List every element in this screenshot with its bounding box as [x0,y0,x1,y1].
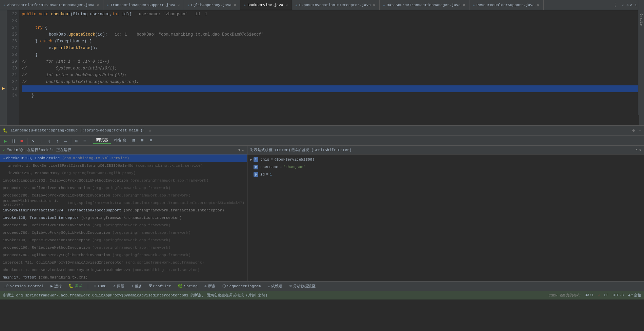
frame-item[interactable]: invoke:-1, BookService$$FastClassBySprin… [0,162,247,169]
bottom-toolbar: ⎇ Version Control ▶ 运行 🐛 调试 ≡ TODO ⚠ 问题 … [0,281,644,291]
debug-arrow: ▶ [2,85,5,91]
tab-close[interactable]: ✕ [462,3,466,7]
frame-method: checkout:-1, BookService$$EnhancerBySpri… [3,268,130,272]
frame-item[interactable]: proceed:780, CglibAopProxy$CglibMethodIn… [0,229,247,236]
frame-item[interactable]: invoke:218, MethodProxy (org.springframe… [0,169,247,177]
frame-pkg: (com.mashibing.tx.xml.service) [130,268,200,272]
frame-item[interactable]: proceedWithInvocation:-1, 321772459 (org… [0,199,247,207]
status-text: 步骤过 org.springframework.aop.framework.Cg… [3,293,549,298]
tab-close[interactable]: ✕ [177,3,180,7]
encoding[interactable]: UTF-8 [612,293,624,297]
stop-btn[interactable]: ■ [18,137,26,145]
tab-abstract[interactable]: ☕ AbstractPlatformTransactionManager.jav… [0,0,103,10]
frames-filter-icon[interactable]: ▼ [238,148,241,152]
deps-btn[interactable]: ☁ 依赖项 [266,283,284,289]
debug-minimize-icon[interactable]: — [639,128,641,133]
force-step-into-btn[interactable]: ⇓ [45,137,53,145]
frame-item[interactable]: proceed:199, ReflectiveMethodInvocation … [0,222,247,229]
step-into-btn[interactable]: ↓ [37,137,45,145]
sequence-btn[interactable]: ⬡ SequenceDiagram [221,283,262,289]
breakpoints-btn[interactable]: ⚓ 断点 [203,283,217,289]
tab-transaction[interactable]: ☕ TransactionAspectSupport.java ✕ [103,0,184,10]
frame-arrow-icon [3,171,7,175]
todo-btn[interactable]: ≡ TODO [92,283,108,289]
java-icon: ☕ [383,3,385,7]
version-control-btn[interactable]: ⎇ Version Control [3,283,45,289]
code-line-27: e.printStackTrace(); [22,45,639,51]
frame-item[interactable]: proceed:780, CglibAopProxy$CglibMethodIn… [0,251,247,259]
frames-dropdown-icon[interactable]: ⌄ [242,147,244,152]
frame-item[interactable]: proceed:199, ReflectiveMethodInvocation … [0,244,247,251]
var-id[interactable]: p id = 1 [247,171,644,178]
editor-gutter: ▶ [0,10,7,125]
frame-item[interactable]: intercept:721, CglibAopProxy$DynamicAdvi… [0,259,247,266]
var-expand-icon[interactable] [250,165,252,169]
code-editor[interactable]: public void checkout(String username,int… [19,10,639,125]
frame-method: invokeWithinTransaction:374, Transaction… [3,208,121,212]
threads-btn[interactable]: ≡ [81,137,89,145]
debug-settings-icon[interactable]: ⚙ [632,128,635,133]
frame-pkg: (org.springframework.transaction.interce… [65,201,244,205]
tab-overflow[interactable]: ⋮ [610,2,621,8]
frame-item[interactable]: → checkout:33, BookService (com.mashibin… [0,154,247,162]
debug-session-close[interactable]: ✕ [149,128,151,133]
run-btn[interactable]: ▶ 运行 [49,283,63,289]
run-to-cursor-btn[interactable]: ⇢ [61,137,69,145]
profiler-btn[interactable]: Ψ Profiler [148,283,172,289]
output-tab[interactable]: ▤ [130,138,138,143]
status-right: CSDN @努力的布布 33:1 ⚡ LF UTF-8 4个空格 [549,293,641,298]
problems-icon: ⚠ [113,284,116,289]
services-btn[interactable]: ⚡ 服务 [130,283,144,289]
tab-close[interactable]: ✕ [536,3,540,7]
debug-btn[interactable]: 🐛 调试 [67,283,84,289]
frames-btn[interactable]: ⊞ [73,137,81,145]
frame-item[interactable]: main:17, TxTest (com.mashibing.tx.xml) [0,274,247,281]
resume-btn[interactable]: ▶ [1,137,9,145]
console-tab[interactable]: 控制台 [112,138,129,143]
tab-close[interactable]: ✕ [373,3,376,7]
frame-method: proceed:199, ReflectiveMethodInvocation [3,246,90,250]
frame-item[interactable]: invokeJoinpoint:802, CglibAopProxy$Cglib… [0,177,247,184]
git-icon: ⚡ [598,293,600,297]
frame-item[interactable]: invoke:100, ExposeInvocationInterceptor … [0,236,247,244]
var-username[interactable]: p username = "zhangsan" [247,163,644,171]
tab-expose[interactable]: ☕ ExposeInvocationInterceptor.java ✕ [292,0,380,10]
tab-close[interactable]: ✕ [285,3,288,7]
tab-close[interactable]: ✕ [96,3,99,7]
more-tab[interactable]: ⊞ [138,138,146,143]
indent-setting[interactable]: 4个空格 [628,293,641,298]
frame-method: intercept:721, CglibAopProxy$DynamicAdvi… [3,261,123,265]
tab-resource[interactable]: ☕ ResourceHolderSupport.java ✕ [469,0,544,10]
tab-bar: ☕ AbstractPlatformTransactionManager.jav… [0,0,644,10]
step-over-btn[interactable]: ↷ [29,137,37,145]
threads-tab[interactable]: ≡ [147,138,155,143]
debug-vars-header: 对表达式求值 (Enter)或添加监视 (Ctrl+Shift+Enter) ∧… [247,146,644,154]
tab-cglib[interactable]: ☕ CglibAopProxy.java ✕ [184,0,240,10]
var-expand-icon[interactable]: ▶ [250,158,252,162]
vars-expand-icon[interactable]: ∧ [636,148,638,152]
spring-btn[interactable]: 🌿 Spring [176,283,199,289]
frame-item[interactable]: proceed:172, ReflectiveMethodInvocation … [0,184,247,192]
frame-method: proceed:780, CglibAopProxy$CglibMethodIn… [3,231,110,235]
tab-datasource[interactable]: ☕ DataSourceTransactionManager.java ✕ [380,0,469,10]
line-ending[interactable]: LF [604,293,608,297]
vars-collapse-icon[interactable]: ∨ [639,148,641,152]
step-out-btn[interactable]: ↑ [53,137,61,145]
problems-btn[interactable]: ⚠ 问题 [112,283,126,289]
frame-item[interactable]: proceed:780, CglibAopProxy$CglibMethodIn… [0,192,247,199]
code-line-24: try { [22,24,639,31]
var-expand-icon[interactable] [250,173,252,177]
frames-list[interactable]: → checkout:33, BookService (com.mashibin… [0,154,247,281]
debugger-tab[interactable]: 调试器 [93,137,111,144]
frame-item[interactable]: invoke:125, TransactionInterceptor (org.… [0,214,247,222]
tab-bookservice[interactable]: ☕ BookService.java ✕ [240,0,292,10]
var-this[interactable]: ▶ f this = {BookService@2309} [247,156,644,163]
version-control-label: Version Control [10,284,44,288]
frame-method: checkout:33, BookService [6,156,60,160]
sequence-icon: ⬡ [222,284,226,289]
frame-item[interactable]: invokeWithinTransaction:374, Transaction… [0,207,247,214]
pause-btn[interactable]: ⏸ [9,137,18,145]
tab-close[interactable]: ✕ [233,3,237,7]
analyze-btn[interactable]: ≋ 分析数据流至 [288,283,317,289]
frame-item[interactable]: checkout:-1, BookService$$EnhancerBySpri… [0,266,247,274]
